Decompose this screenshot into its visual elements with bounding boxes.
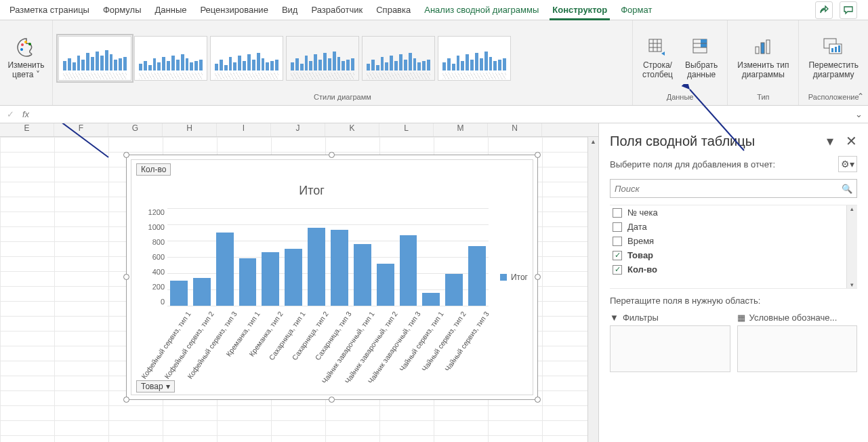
resize-handle[interactable] xyxy=(123,152,129,158)
bar[interactable] xyxy=(170,281,188,306)
field-Товар[interactable]: ✓Товар xyxy=(610,248,857,262)
palette-icon xyxy=(16,37,37,58)
resize-handle[interactable] xyxy=(329,152,335,158)
svg-point-0 xyxy=(21,43,24,46)
field-Дата[interactable]: Дата xyxy=(610,220,857,234)
comments-button[interactable] xyxy=(840,1,857,19)
pivot-values-button[interactable]: Кол-во xyxy=(136,163,171,176)
resize-handle[interactable] xyxy=(123,397,129,403)
pivot-chart-object[interactable]: Кол-во Товар▾ Итог Итог 1200100080060040… xyxy=(126,155,538,400)
switch-row-column-button[interactable]: Строка/столбец xyxy=(638,35,677,81)
chart-style-5[interactable] xyxy=(362,36,435,81)
area-legend[interactable]: ▦Условные обозначе... xyxy=(737,313,858,372)
field-search[interactable]: 🔍 xyxy=(610,179,857,198)
group-label-type: Тип xyxy=(733,93,793,104)
fx-label[interactable]: fx xyxy=(22,109,29,119)
change-colors-button[interactable]: Изменитьцвета ˅ xyxy=(3,35,48,81)
bar[interactable] xyxy=(308,228,325,306)
checkbox-icon: ✓ xyxy=(613,251,622,260)
bars[interactable] xyxy=(167,208,489,306)
tab-Анализ сводной диаграммы[interactable]: Анализ сводной диаграммы xyxy=(417,0,545,20)
col-N[interactable]: N xyxy=(488,123,542,136)
checkbox-icon xyxy=(613,208,622,218)
column-headers[interactable]: EFGHIJKLMN xyxy=(0,123,598,137)
tab-Разметка страницы[interactable]: Разметка страницы xyxy=(3,0,96,20)
field-label: Товар xyxy=(627,250,653,260)
tab-Данные[interactable]: Данные xyxy=(148,0,194,20)
share-button[interactable] xyxy=(815,1,833,19)
chart-style-1[interactable] xyxy=(58,36,131,81)
tab-Формулы[interactable]: Формулы xyxy=(96,0,148,20)
tab-Разработчик[interactable]: Разработчик xyxy=(304,0,369,20)
worksheet[interactable]: EFGHIJKLMN Кол-во Товар▾ Итог Итог 12001… xyxy=(0,123,598,442)
formula-expand-button[interactable]: ⌄ xyxy=(855,109,863,119)
pane-menu-button[interactable]: ▾ xyxy=(827,133,833,149)
bar[interactable] xyxy=(216,233,234,306)
move-chart-button[interactable]: Переместитьдиаграмму xyxy=(804,35,863,81)
chart-style-2[interactable] xyxy=(134,36,207,81)
formula-bar: ✓ fx ⌄ xyxy=(0,106,868,123)
resize-handle[interactable] xyxy=(329,397,335,403)
area-filters[interactable]: ▼Фильтры xyxy=(610,313,730,372)
resize-handle[interactable] xyxy=(535,397,541,403)
change-chart-type-button[interactable]: Изменить типдиаграммы xyxy=(733,35,793,81)
legend-swatch xyxy=(500,274,507,281)
chart-legend[interactable]: Итог xyxy=(500,273,528,282)
tab-Справка[interactable]: Справка xyxy=(369,0,417,20)
col-F[interactable]: F xyxy=(54,123,108,136)
chart-style-3[interactable] xyxy=(210,36,283,81)
checkbox-icon: ✓ xyxy=(613,265,622,275)
chart-title[interactable]: Итог xyxy=(127,184,497,198)
resize-handle[interactable] xyxy=(123,274,129,280)
sheet-scrollbar[interactable] xyxy=(587,137,598,442)
field-list-scrollbar[interactable] xyxy=(846,205,857,288)
tab-Вид[interactable]: Вид xyxy=(275,0,305,20)
chart-style-6[interactable] xyxy=(438,36,511,81)
col-H[interactable]: H xyxy=(163,123,217,136)
col-L[interactable]: L xyxy=(379,123,434,136)
tab-Формат[interactable]: Формат xyxy=(614,0,659,20)
bar[interactable] xyxy=(331,230,348,306)
chart-styles-gallery[interactable] xyxy=(58,36,511,81)
field-№ чека[interactable]: № чека xyxy=(610,205,857,220)
col-J[interactable]: J xyxy=(271,123,325,136)
bar[interactable] xyxy=(285,249,302,306)
chart-style-4[interactable] xyxy=(286,36,359,81)
bar[interactable] xyxy=(445,274,463,306)
bar[interactable] xyxy=(468,246,486,306)
bar[interactable] xyxy=(354,244,371,306)
plot-area[interactable]: 120010008006004002000 xyxy=(167,208,489,306)
collapse-ribbon-button[interactable]: ⌃ xyxy=(857,92,864,101)
bar[interactable] xyxy=(400,235,417,306)
field-list[interactable]: № чекаДатаВремя✓Товар✓Кол-во xyxy=(610,205,857,289)
checkbox-icon xyxy=(613,222,622,232)
bar[interactable] xyxy=(422,293,440,306)
col-E[interactable]: E xyxy=(0,123,54,136)
pane-close-button[interactable]: ✕ xyxy=(846,133,857,149)
bar[interactable] xyxy=(193,278,211,306)
resize-handle[interactable] xyxy=(535,152,541,158)
search-input[interactable] xyxy=(615,184,842,194)
gear-icon: ⚙ xyxy=(841,159,850,169)
resize-handle[interactable] xyxy=(535,274,541,280)
switch-rc-icon xyxy=(646,37,668,58)
bar[interactable] xyxy=(239,258,257,306)
cancel-icon[interactable]: ✓ xyxy=(7,109,14,119)
tab-Конструктор[interactable]: Конструктор xyxy=(545,0,614,20)
select-data-button[interactable]: Выбратьданные xyxy=(681,35,722,81)
col-G[interactable]: G xyxy=(108,123,163,136)
col-I[interactable]: I xyxy=(217,123,271,136)
col-M[interactable]: M xyxy=(434,123,488,136)
drag-instruction: Перетащите поля в нужную область: xyxy=(610,296,857,306)
ribbon-tabs: Разметка страницыФормулыДанныеРецензиров… xyxy=(0,0,868,20)
pane-settings-button[interactable]: ⚙▾ xyxy=(838,156,857,172)
field-Кол-во[interactable]: ✓Кол-во xyxy=(610,262,857,277)
tab-Рецензирование[interactable]: Рецензирование xyxy=(193,0,274,20)
x-label: Чайный сервиз, тип 3 xyxy=(443,310,491,373)
bar[interactable] xyxy=(262,252,279,306)
search-icon[interactable]: 🔍 xyxy=(842,184,852,194)
field-Время[interactable]: Время xyxy=(610,234,857,248)
bar[interactable] xyxy=(377,264,394,306)
col-K[interactable]: K xyxy=(325,123,379,136)
svg-point-1 xyxy=(24,41,27,43)
